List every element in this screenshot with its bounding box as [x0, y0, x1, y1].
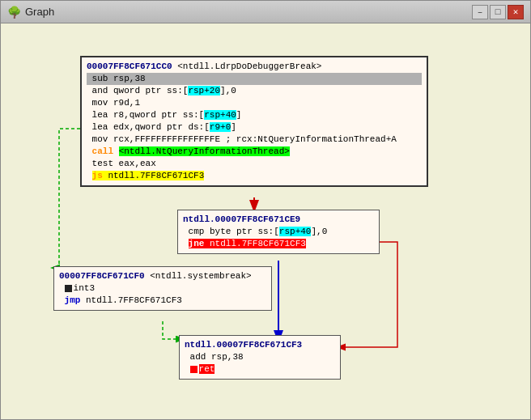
node-mr-line-1: cmp byte ptr ss:[rsp+40],0 [183, 226, 374, 238]
maximize-button[interactable]: □ [490, 5, 506, 19]
node-middle-left[interactable]: 00007FF8CF671CF0 <ntdll.systembreak> int… [53, 266, 272, 311]
minimize-button[interactable]: – [472, 5, 488, 19]
node-top-line-2: and qword ptr ss:[rsp+20],0 [87, 85, 422, 97]
node-ml-line-2: jmp ntdll.7FF8CF671CF3 [59, 295, 266, 307]
node-top-line-7: call <ntdll.NtQueryInformationThread> [87, 146, 422, 158]
node-mr-line-2: jne ntdll.7FF8CF671CF3 [183, 238, 374, 250]
node-top-addr: 00007FF8CF671CC0 <ntdll.LdrpDoDebuggerBr… [87, 61, 422, 73]
title-buttons: – □ ✕ [472, 5, 524, 19]
node-top[interactable]: 00007FF8CF671CC0 <ntdll.LdrpDoDebuggerBr… [80, 56, 428, 187]
graph-canvas: 00007FF8CF671CC0 <ntdll.LdrpDoDebuggerBr… [1, 23, 530, 419]
node-top-line-9: js ntdll.7FF8CF671CF3 [87, 170, 422, 182]
node-middle-right[interactable]: ntdll.00007FF8CF671CE9 cmp byte ptr ss:[… [177, 210, 380, 254]
node-top-line-8: test eax,eax [87, 158, 422, 170]
main-window: 🌳 Graph – □ ✕ [0, 0, 531, 420]
node-top-line-4: lea r8,qword ptr ss:[rsp+40] [87, 109, 422, 121]
node-b-line-1: add rsp,38 [185, 351, 335, 363]
window-title: Graph [25, 6, 54, 18]
node-b-line-2: ret [185, 363, 335, 375]
node-top-line-1: sub rsp,38 [87, 73, 422, 85]
title-bar-left: 🌳 Graph [7, 6, 54, 19]
node-top-line-5: lea edx,qword ptr ds:[r9+0] [87, 121, 422, 134]
node-bottom[interactable]: ntdll.00007FF8CF671CF3 add rsp,38 ret [179, 335, 341, 380]
node-top-line-6: mov rcx,FFFFFFFFFFFFFFFE ; rcx:NtQueryIn… [87, 134, 422, 146]
node-b-addr: ntdll.00007FF8CF671CF3 [185, 339, 335, 351]
close-button[interactable]: ✕ [508, 5, 524, 19]
node-mr-addr: ntdll.00007FF8CF671CE9 [183, 214, 374, 226]
title-bar: 🌳 Graph – □ ✕ [1, 1, 530, 23]
app-icon: 🌳 [7, 6, 20, 19]
node-ml-line-1: int3 [59, 282, 266, 295]
node-ml-addr: 00007FF8CF671CF0 <ntdll.systembreak> [59, 270, 266, 282]
node-top-line-3: mov r9d,1 [87, 97, 422, 109]
